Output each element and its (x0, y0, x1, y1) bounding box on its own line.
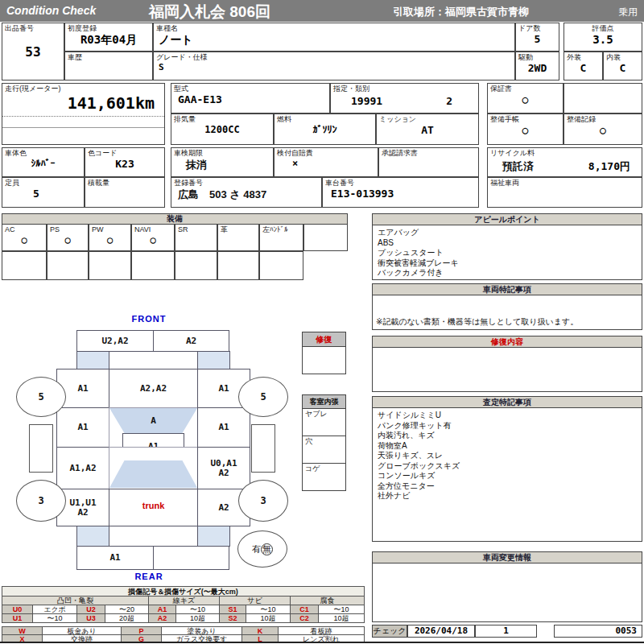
legend-desc: 10超 (318, 613, 365, 623)
transmission-label: ミッション (377, 114, 478, 124)
panel-rear-bumper-left: A1 (76, 546, 154, 570)
history-label: 車歴 (65, 52, 152, 62)
drive-value: 2WD (516, 62, 559, 74)
load-capacity-cell: 積載量 (85, 177, 165, 208)
model-name-label: 車種名 (154, 23, 514, 33)
color-code-label: 色コード (85, 148, 164, 158)
appeal-points-box: アピールポイント エアバッグ ABS プッシュスタート 衝突被害軽減ブレーキ バ… (372, 213, 642, 280)
panel-hood: A2,A2 (109, 369, 198, 408)
panel-door-rear-right: U0,A1 A2 (197, 447, 250, 489)
equipment-value: ○ (89, 234, 130, 246)
model-code-value: GAA-E13 (171, 93, 329, 105)
doors-value: 5 (516, 33, 559, 45)
transmission-cell: ミッション AT (376, 114, 479, 145)
repair-details-content (373, 348, 642, 353)
body-color-label: 車体色 (2, 148, 84, 158)
tire-tread-rear-right: 3 (238, 480, 288, 522)
maintenance-book-label: 整備手帳 (488, 114, 563, 124)
equipment-value: ○ (47, 234, 88, 246)
equipment-label: PW (89, 225, 130, 234)
repair-flag-header: 修復 (302, 332, 346, 347)
change-info-content (373, 564, 642, 568)
assessment-notes-title: 査定特記事項 (373, 397, 642, 408)
legend-desc: 10超 (246, 613, 291, 623)
maintenance-record-label: 整備記録 (564, 114, 642, 124)
displacement-value: 1200CC (171, 124, 273, 135)
drive-label: 駆動 (516, 52, 559, 62)
lot-number-label: 出品番号 (2, 23, 64, 33)
panel-rear-window (109, 460, 197, 488)
panel-front-bumper-corner-right (197, 351, 230, 369)
legend-desc: 10超 (175, 613, 220, 623)
model-name-value: ノート (154, 33, 514, 47)
insurance-cell: 検付自賠責 × (274, 147, 378, 177)
spare-no-label-circled: 無 (261, 543, 273, 555)
divider (2, 116, 164, 117)
load-capacity-label: 積載量 (85, 178, 164, 188)
doors-label: ドア数 (516, 23, 559, 33)
mileage-value: 141,601km (2, 93, 164, 113)
recycle-status: 預託済 (502, 159, 534, 174)
equipment-title: 装備 (2, 213, 348, 225)
model-name-cell: 車種名 ノート (153, 23, 515, 52)
legend-code: U3 (76, 613, 105, 623)
repair-details-title: 修復内容 (373, 336, 642, 348)
cabin-lining-row-burn: コゲ (302, 463, 346, 491)
equipment-cell-navi: NAVI ○ (131, 224, 175, 251)
warranty-cell: 保証書 ○ (487, 83, 564, 114)
insurance-label: 検付自賠責 (275, 148, 378, 158)
equipment-label: 革 (218, 225, 258, 234)
vehicle-class: 乗用 (618, 6, 638, 19)
panel-front-bumper-right: A2 (153, 330, 229, 352)
equipment-label: PS (47, 225, 88, 234)
vehicle-notes-title: 車両特記事項 (373, 284, 642, 295)
equipment-empty-cell (2, 251, 47, 280)
chassis-number-value: E13-013993 (323, 188, 478, 200)
type-class-cell: 指定・類別 19991 2 (330, 83, 479, 114)
recycle-fee-label: リサイクル料 (488, 148, 642, 158)
equipment-label (304, 225, 347, 226)
panel-rear-bumper-corner-right (197, 526, 230, 547)
registration-number-value: 広島 503 さ 4837 (171, 188, 321, 202)
cabin-lining-header: 客室内張 (302, 394, 346, 409)
equipment-empty-cell (131, 251, 175, 280)
legend-desc: 〜10 (32, 613, 77, 623)
pickup-location: 引取場所：福岡県古賀市青柳 (393, 5, 529, 19)
type-class-value2: 2 (446, 95, 452, 107)
equipment-value: ○ (132, 234, 174, 246)
welfare-vehicle-label: 福祉車両 (488, 178, 642, 188)
transmission-value: AT (377, 124, 478, 136)
model-code-cell: 型式 GAA-E13 (171, 83, 330, 114)
warranty-blank-cell (564, 83, 642, 114)
appeal-points-title: アピールポイント (373, 214, 642, 225)
cabin-lining-label: 穴 (303, 436, 345, 446)
approval-request-label: 承認請求書 (379, 148, 478, 158)
equipment-label: NAVI (132, 225, 174, 234)
spare-yes-label: 有 (252, 543, 261, 555)
check-label-cell: チェック (372, 625, 407, 638)
displacement-label: 排気量 (171, 114, 273, 124)
sheet-number: 0053 (555, 625, 642, 637)
color-code-value: K23 (85, 158, 164, 170)
body-color-cell: 車体色 ｼﾙﾊﾞｰ (2, 147, 85, 177)
fuel-cell: 燃料 ｶﾞｿﾘﾝ (274, 114, 376, 145)
equipment-cell-ps: PS ○ (47, 224, 89, 251)
vehicle-notes-note: ※記載のない書類・機器等は無しとして取り扱います。 (376, 316, 578, 328)
warranty-label: 保証書 (488, 84, 563, 93)
panel-door-front-right: A1 (197, 407, 250, 448)
divider (2, 127, 164, 128)
tire-tread-front-right: 5 (238, 377, 288, 417)
spare-tire-marker: 有無 (237, 530, 287, 568)
displacement-cell: 排気量 1200CC (171, 114, 274, 145)
legend-code: A2 (148, 613, 176, 623)
capacity-cell: 定員 5 (2, 177, 85, 208)
panel-front-bumper-left: U2,A2 (76, 330, 154, 352)
repair-flag-body (302, 346, 346, 374)
legend-desc: 20超 (105, 613, 149, 623)
panel-rear-bumper-right (153, 546, 229, 570)
brand-logo: Condition Check (6, 4, 96, 17)
first-registration-label: 初度登録 (65, 23, 152, 33)
change-info-box: 車両変更情報 (372, 551, 642, 622)
check-count: 1 (476, 625, 536, 637)
tire-rect-left (29, 424, 53, 473)
